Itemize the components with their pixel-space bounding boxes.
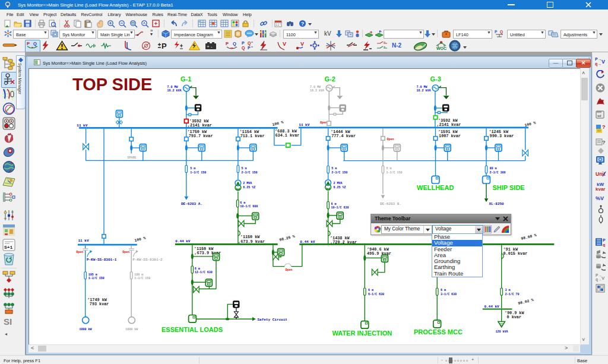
- svg-text:11 kV: 11 kV: [77, 124, 87, 128]
- svg-text:?: ?: [301, 21, 305, 27]
- svg-text:5 m: 5 m: [387, 167, 392, 170]
- svg-text:V: V: [601, 59, 605, 65]
- svg-text:V: V: [601, 276, 605, 281]
- svg-text:5 m: 5 m: [331, 167, 337, 170]
- svg-text:Open: Open: [387, 138, 394, 141]
- svg-text:Q: Q: [233, 41, 236, 46]
- svg-text:SHIP SIDE: SHIP SIDE: [493, 184, 525, 191]
- svg-text:XL-8250: XL-8250: [489, 202, 505, 206]
- svg-text:195 m: 195 m: [88, 273, 97, 277]
- svg-text:%V: %V: [596, 195, 604, 201]
- svg-text:q: q: [603, 243, 605, 247]
- svg-text:10-1/C 600: 10-1/C 600: [240, 205, 258, 208]
- svg-text:2-3/C 300: 2-3/C 300: [490, 171, 506, 175]
- svg-text:q→: q→: [596, 277, 601, 282]
- svg-text:793.7 kvar: 793.7 kvar: [189, 134, 213, 138]
- svg-text:11 kV: 11 kV: [78, 239, 89, 243]
- svg-text:2 MVA: 2 MVA: [243, 182, 252, 185]
- svg-text:’1150 kW: ’1150 kW: [240, 235, 261, 239]
- svg-text:S+1: S+1: [4, 245, 13, 250]
- svg-text:Q: Q: [242, 46, 245, 50]
- svg-text:100 %: 100 %: [134, 236, 146, 242]
- svg-text:5 m: 5 m: [242, 167, 247, 170]
- svg-text:100 %: 100 %: [524, 121, 536, 127]
- svg-text:WELLHEAD: WELLHEAD: [417, 184, 454, 191]
- svg-text:WOC: WOC: [436, 46, 446, 50]
- svg-text:6.25 %Z: 6.25 %Z: [243, 186, 255, 189]
- svg-text:5 m: 5 m: [190, 167, 195, 170]
- svg-text:0.015 kvar: 0.015 kvar: [504, 251, 528, 256]
- svg-text:,2141 kvar: ,2141 kvar: [437, 122, 461, 127]
- svg-text:SPARE: SPARE: [128, 156, 137, 160]
- svg-text:1-3/C 150: 1-3/C 150: [88, 277, 104, 280]
- svg-text:Safety Circuit: Safety Circuit: [258, 318, 288, 322]
- svg-text:1800 kW: 1800 kW: [80, 328, 92, 331]
- svg-text:?: ?: [602, 140, 606, 145]
- svg-text:6 m: 6 m: [441, 289, 446, 292]
- svg-text:P→: P→: [595, 57, 602, 61]
- svg-text:6 m: 6 m: [331, 202, 337, 206]
- svg-text:Open: Open: [320, 121, 327, 125]
- svg-text:1-3/C 150: 1-3/C 150: [387, 171, 403, 175]
- svg-text:Q: Q: [248, 41, 251, 46]
- svg-text:98.08 %: 98.08 %: [521, 233, 537, 241]
- svg-text:WATER INJECTION: WATER INJECTION: [332, 330, 392, 337]
- svg-text:1007 kvar: 1007 kvar: [439, 134, 461, 138]
- svg-text:0 kvar: 0 kvar: [507, 315, 521, 319]
- svg-text:,720.2 kvar: ,720.2 kvar: [330, 240, 357, 245]
- svg-text:10-1/C 630: 10-1/C 630: [331, 206, 349, 210]
- svg-text:1-3/C 150: 1-3/C 150: [190, 171, 206, 175]
- svg-text:3 m: 3 m: [505, 289, 510, 292]
- svg-text:12-1/C 630: 12-1/C 630: [195, 271, 213, 274]
- svg-text:Open: Open: [286, 268, 293, 272]
- svg-text:713.1 kvar: 713.1 kvar: [240, 134, 265, 138]
- svg-text:2-1/C 70: 2-1/C 70: [505, 293, 519, 296]
- svg-text:3-1/C 630: 3-1/C 630: [441, 293, 457, 296]
- svg-text:6 m: 6 m: [368, 289, 373, 292]
- svg-text:0.44 kV: 0.44 kV: [484, 305, 499, 309]
- svg-text:120 kVA: 120 kVA: [496, 330, 508, 334]
- svg-text:sd: sd: [597, 114, 601, 118]
- svg-text:11 kV: 11 kV: [299, 123, 309, 127]
- svg-text:6 m: 6 m: [240, 201, 245, 205]
- svg-text:16.2 kVA: 16.2 kVA: [167, 89, 182, 93]
- svg-text:98.26 %: 98.26 %: [279, 235, 296, 242]
- svg-text:G-2: G-2: [325, 75, 335, 83]
- svg-text:q→: q→: [595, 62, 601, 67]
- svg-text:100 %: 100 %: [272, 120, 284, 126]
- svg-text:1-3/C 150: 1-3/C 150: [134, 277, 150, 280]
- svg-text:?: ?: [602, 124, 606, 130]
- svg-text:793 kvar: 793 kvar: [90, 302, 109, 306]
- svg-text:P: P: [162, 42, 167, 50]
- svg-text:Open: Open: [76, 251, 83, 254]
- svg-text:V: V: [283, 41, 286, 47]
- svg-text:TOP SIDE: TOP SIDE: [72, 75, 152, 94]
- svg-text:777.4 kvar: 777.4 kvar: [331, 134, 356, 138]
- svg-text:G-3: G-3: [430, 75, 441, 83]
- svg-text:Q: Q: [33, 41, 37, 46]
- svg-text:990.3 kvar: 990.3 kvar: [490, 134, 514, 138]
- svg-text:2-3/C 150: 2-3/C 150: [242, 171, 258, 175]
- svg-text:DE-6203 A.: DE-6203 A.: [181, 202, 202, 206]
- svg-text:P: P: [248, 46, 251, 50]
- svg-text:6.25 %Z: 6.25 %Z: [334, 186, 346, 189]
- svg-text:,673.9 kvar: ,673.9 kvar: [238, 239, 265, 244]
- svg-text:kvar: kvar: [596, 186, 605, 191]
- svg-text:180 m: 180 m: [134, 273, 143, 277]
- svg-text:P: P: [27, 41, 30, 46]
- svg-text:2-3/C 150: 2-3/C 150: [331, 171, 347, 175]
- svg-text:0.44 kV: 0.44 kV: [175, 239, 191, 243]
- svg-text:80 m: 80 m: [490, 167, 497, 170]
- svg-text:P-KW-SS-8301-2: P-KW-SS-8301-2: [132, 258, 163, 262]
- svg-text:P-KW-SS-8301-1: P-KW-SS-8301-1: [87, 258, 117, 262]
- svg-text:6-1/C 630: 6-1/C 630: [368, 293, 384, 296]
- svg-text:16.2 kVA: 16.2 kVA: [310, 89, 324, 93]
- svg-text:P: P: [603, 238, 606, 242]
- svg-text:V: V: [300, 41, 304, 47]
- svg-text:DE-6203 B.: DE-6203 B.: [380, 202, 401, 206]
- svg-text:G-1: G-1: [180, 75, 191, 83]
- svg-text:634.1 kvar: 634.1 kvar: [276, 133, 300, 138]
- svg-text:PROCESS MCC: PROCESS MCC: [414, 328, 463, 335]
- svg-text:6 m: 6 m: [195, 267, 200, 271]
- svg-text:P: P: [495, 30, 498, 34]
